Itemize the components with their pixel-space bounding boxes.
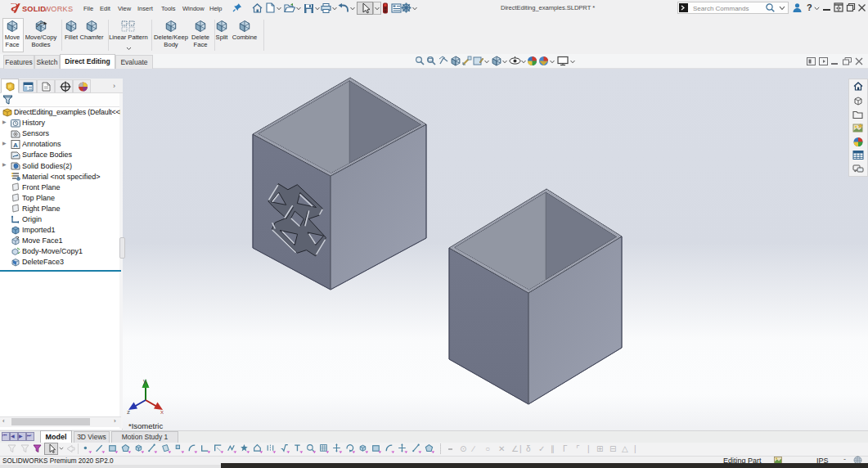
svg-text:z: z [127, 408, 130, 416]
svg-text:*Isometric: *Isometric [128, 421, 163, 430]
svg-text:A: A [13, 141, 18, 148]
svg-text:SOLID: SOLID [22, 5, 46, 13]
svg-text:y: y [143, 377, 146, 385]
svg-text:x: x [160, 408, 164, 416]
svg-text:WORKS: WORKS [44, 5, 74, 13]
